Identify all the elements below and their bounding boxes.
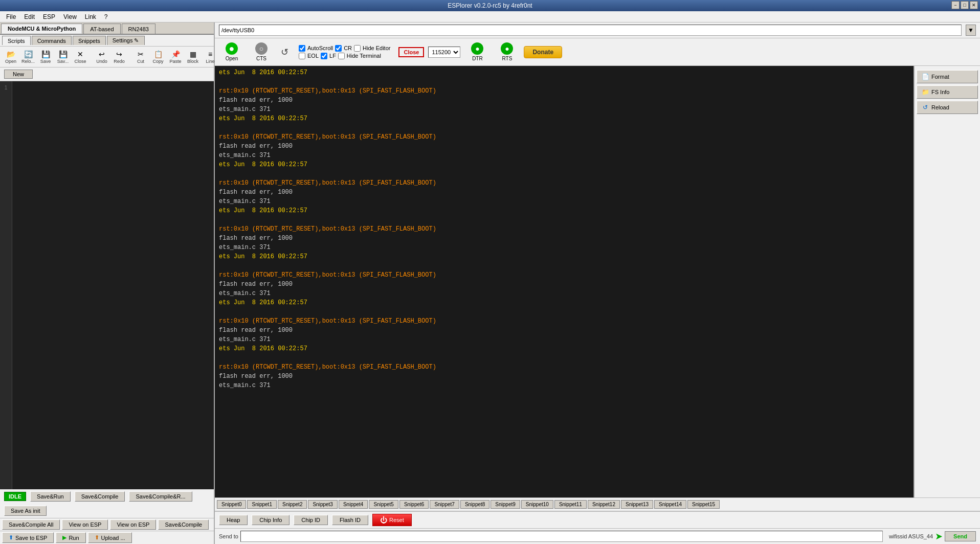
hide-terminal-checkbox[interactable] bbox=[338, 53, 345, 59]
snippet-button-7[interactable]: Snippet7 bbox=[430, 500, 459, 509]
tab-settings[interactable]: Settings ✎ bbox=[107, 36, 145, 45]
snippet-button-3[interactable]: Snippet3 bbox=[308, 500, 337, 509]
copy-label: Copy bbox=[152, 59, 163, 64]
save-run-button[interactable]: Save&Run bbox=[30, 491, 71, 502]
snippet-button-1[interactable]: Snippet1 bbox=[247, 500, 276, 509]
snippet-button-2[interactable]: Snippet2 bbox=[278, 500, 307, 509]
view-on-esp-button-2[interactable]: View on ESP bbox=[110, 519, 156, 530]
reload-button[interactable]: ↺ bbox=[278, 46, 291, 58]
rts-button[interactable]: ● RTS bbox=[494, 40, 520, 63]
menu-help[interactable]: ? bbox=[100, 12, 112, 21]
save-compile-button-2[interactable]: Save&Compile bbox=[158, 519, 209, 530]
console-line: ets Jun 8 2016 00:22:57 bbox=[219, 252, 909, 261]
toolbar-cut[interactable]: ✂ Cut bbox=[133, 49, 148, 65]
chip-id-button[interactable]: Chip ID bbox=[294, 515, 328, 525]
app-title: ESPlorer v0.2.0-rc5 by 4refr0nt bbox=[448, 2, 532, 9]
format-button[interactable]: 📄 Format bbox=[917, 70, 978, 83]
port-dropdown[interactable]: ▼ bbox=[966, 25, 976, 36]
toolbar-copy[interactable]: 📋 Copy bbox=[150, 49, 166, 65]
autoscroll-label: AutoScroll bbox=[307, 45, 333, 51]
toolbar-paste[interactable]: 📌 Paste bbox=[168, 49, 183, 65]
checkboxes-area: AutoScroll CR Hide Editor EOL LF Hide Te… bbox=[295, 45, 394, 59]
menu-esp[interactable]: ESP bbox=[39, 12, 59, 21]
snippet-button-4[interactable]: Snippet4 bbox=[339, 500, 368, 509]
maximize-button[interactable]: □ bbox=[961, 1, 969, 9]
baud-rate-select[interactable]: 115200 9600 57600 38400 bbox=[428, 47, 460, 58]
title-bar: ESPlorer v0.2.0-rc5 by 4refr0nt − □ ✕ bbox=[0, 0, 980, 11]
close-button[interactable]: ✕ bbox=[970, 1, 978, 9]
console-line: ets_main.c 371 bbox=[219, 197, 909, 206]
run-button[interactable]: ▶ Run bbox=[56, 532, 85, 543]
menu-edit[interactable]: Edit bbox=[20, 12, 39, 21]
snippet-button-8[interactable]: Snippet8 bbox=[460, 500, 489, 509]
tab-rn2483[interactable]: RN2483 bbox=[122, 24, 155, 34]
send-button[interactable]: Send bbox=[945, 531, 976, 541]
console-line: ets_main.c 371 bbox=[219, 105, 909, 114]
menu-file[interactable]: File bbox=[2, 12, 20, 21]
save-to-esp-button[interactable]: ⬆ Save to ESP bbox=[2, 532, 54, 543]
new-button[interactable]: New bbox=[4, 70, 33, 79]
toolbar-close[interactable]: ✕ Close bbox=[73, 49, 88, 65]
menu-link[interactable]: Link bbox=[81, 12, 100, 21]
close-button[interactable]: Close bbox=[398, 47, 424, 57]
cr-checkbox[interactable] bbox=[335, 45, 342, 52]
editor-toolbar: 📂 Open 🔄 Relo... 💾 Save 💾 Sav... ✕ bbox=[0, 47, 214, 67]
snippet-button-5[interactable]: Snippet5 bbox=[369, 500, 398, 509]
toolbar-redo[interactable]: ↪ Redo bbox=[112, 49, 127, 65]
tab-commands[interactable]: Commands bbox=[32, 36, 72, 45]
snippet-button-14[interactable]: Snippet14 bbox=[654, 500, 686, 509]
send-arrow-icon[interactable]: ➤ bbox=[935, 531, 943, 542]
snippet-button-11[interactable]: Snippet11 bbox=[554, 500, 587, 509]
lf-checkbox[interactable] bbox=[321, 53, 327, 59]
open-label: Open bbox=[226, 56, 238, 61]
fs-info-button[interactable]: 📁 FS Info bbox=[917, 85, 978, 99]
snippet-button-13[interactable]: Snippet13 bbox=[621, 500, 653, 509]
console-output[interactable]: ets Jun 8 2016 00:22:57 rst:0x10 (RTCWDT… bbox=[215, 66, 914, 497]
port-input[interactable] bbox=[219, 25, 962, 36]
view-on-esp-button-1[interactable]: View on ESP bbox=[62, 519, 108, 530]
console-line: flash read err, 1000 bbox=[219, 326, 909, 335]
snippet-button-6[interactable]: Snippet6 bbox=[399, 500, 429, 509]
tab-nodemcu[interactable]: NodeMCU & MicroPython bbox=[1, 24, 82, 34]
toolbar-undo[interactable]: ↩ Undo bbox=[94, 49, 109, 65]
send-input[interactable] bbox=[240, 531, 883, 542]
open-button[interactable]: ● Open bbox=[219, 40, 244, 63]
eol-checkbox[interactable] bbox=[299, 53, 305, 59]
autoscroll-checkbox[interactable] bbox=[299, 45, 305, 52]
toolbar-open[interactable]: 📂 Open bbox=[3, 49, 18, 65]
reload-sidebar-button[interactable]: ↺ Reload bbox=[917, 101, 978, 114]
editor-content[interactable] bbox=[13, 81, 214, 489]
save-compile-all-button[interactable]: Save&Compile All bbox=[2, 519, 60, 530]
toolbar-save[interactable]: 💾 Save bbox=[38, 49, 53, 65]
toolbar-reload[interactable]: 🔄 Relo... bbox=[20, 49, 36, 65]
reset-button[interactable]: ⏻ Reset bbox=[372, 514, 412, 526]
chip-info-button[interactable]: Chip Info bbox=[252, 515, 289, 525]
menu-view[interactable]: View bbox=[59, 12, 81, 21]
toolbar-block[interactable]: ▦ Block bbox=[185, 49, 201, 65]
donate-button[interactable]: Donate bbox=[524, 46, 562, 58]
editor-area[interactable]: 1 bbox=[0, 81, 214, 489]
snippet-button-15[interactable]: Snippet15 bbox=[687, 500, 720, 509]
heap-button[interactable]: Heap bbox=[219, 515, 248, 525]
reset-icon: ⏻ bbox=[380, 516, 387, 524]
minimize-button[interactable]: − bbox=[951, 1, 960, 9]
upload-button[interactable]: ⬆ Upload ... bbox=[88, 532, 132, 543]
connection-controls: ● Open ○ CTS ↺ AutoScroll bbox=[215, 38, 980, 66]
snippet-button-9[interactable]: Snippet9 bbox=[491, 500, 520, 509]
tab-snippets[interactable]: Snippets bbox=[73, 36, 106, 45]
status-row: IDLE Save&Run Save&Compile Save&Compile&… bbox=[0, 489, 214, 518]
tab-scripts[interactable]: Scripts bbox=[2, 36, 31, 45]
save-as-init-button[interactable]: Save As init bbox=[4, 506, 47, 516]
save-compile-button[interactable]: Save&Compile bbox=[75, 491, 125, 502]
upload-label: Upload ... bbox=[101, 535, 125, 541]
dtr-button[interactable]: ● DTR bbox=[464, 40, 490, 63]
save-compile-r-button[interactable]: Save&Compile&R... bbox=[129, 491, 192, 502]
tab-at-based[interactable]: AT-based bbox=[83, 24, 120, 34]
flash-id-button[interactable]: Flash ID bbox=[332, 515, 368, 525]
cts-button[interactable]: ○ CTS bbox=[249, 40, 274, 63]
toolbar-saveas[interactable]: 💾 Sav... bbox=[55, 49, 71, 65]
snippet-button-10[interactable]: Snippet10 bbox=[521, 500, 553, 509]
hide-editor-checkbox[interactable] bbox=[354, 45, 361, 52]
snippet-button-0[interactable]: Snippet0 bbox=[217, 500, 246, 509]
snippet-button-12[interactable]: Snippet12 bbox=[588, 500, 620, 509]
